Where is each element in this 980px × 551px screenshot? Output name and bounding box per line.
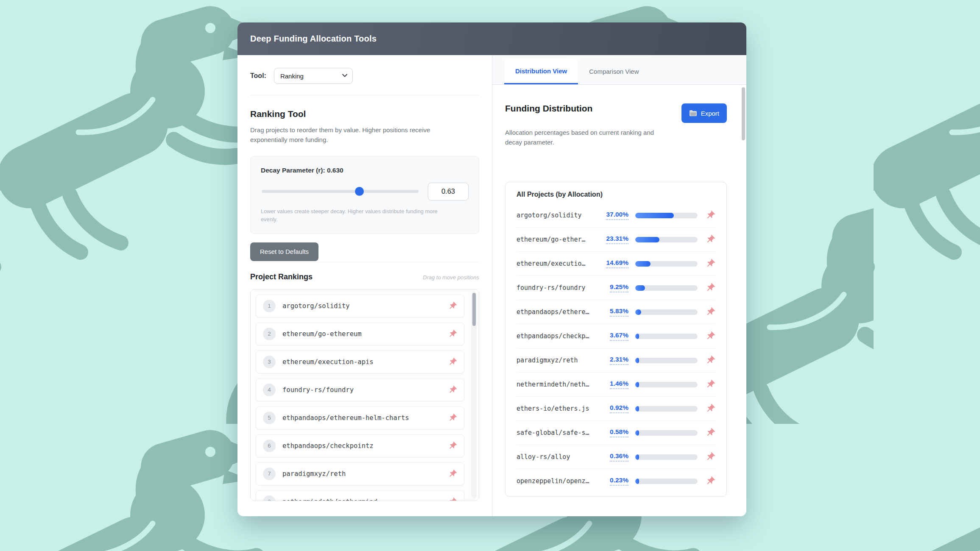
allocation-percent-cell: 3.67%: [592, 331, 628, 341]
allocation-percent[interactable]: 0.23%: [610, 476, 628, 486]
ranking-row[interactable]: 1 argotorg/solidity: [256, 295, 464, 317]
project-name: foundry-rs/foundry: [282, 386, 441, 394]
project-name: nethermindeth/nethermind: [282, 498, 441, 501]
tool-label: Tool:: [250, 72, 266, 80]
allocation-percent[interactable]: 0.36%: [610, 452, 628, 462]
drag-note: Drag to move positions: [423, 274, 479, 281]
allocation-percent-cell: 9.25%: [592, 283, 628, 292]
decay-slider-row: [261, 183, 469, 200]
section-title: Ranking Tool: [250, 109, 479, 119]
allocation-bar-fill: [635, 479, 639, 484]
pin-icon[interactable]: [705, 476, 715, 486]
ranking-row[interactable]: 3 ethereum/execution-apis: [256, 351, 464, 373]
allocation-percent[interactable]: 2.31%: [610, 356, 628, 365]
divider: [250, 95, 479, 95]
project-name: ethpandaops/checkpointz: [282, 442, 441, 450]
ranking-row[interactable]: 8 nethermindeth/nethermind: [256, 490, 464, 501]
allocation-bar-track: [635, 261, 698, 267]
allocation-row: ethpandaops/ethere… 5.83%: [517, 300, 715, 324]
allocation-row: nethermindeth/neth… 1.46%: [517, 372, 715, 396]
pin-icon[interactable]: [448, 357, 457, 367]
allocation-row: ethereum/executio… 14.69%: [517, 251, 715, 276]
allocation-percent[interactable]: 1.46%: [610, 380, 628, 389]
ranking-row[interactable]: 4 foundry-rs/foundry: [256, 378, 464, 401]
project-name: ethpandaops/ethereum-helm-charts: [282, 414, 441, 422]
window-body: Tool: Ranking Ranking Tool Drag projects…: [237, 55, 746, 516]
allocation-row: paradigmxyz/reth 2.31%: [517, 348, 715, 372]
scrollbar-track[interactable]: [471, 292, 477, 498]
pin-icon[interactable]: [705, 379, 715, 390]
ranking-row[interactable]: 2 ethereum/go-ethereum: [256, 323, 464, 345]
pin-icon[interactable]: [705, 331, 715, 341]
pin-icon[interactable]: [705, 307, 715, 317]
ranking-row[interactable]: 5 ethpandaops/ethereum-helm-charts: [256, 406, 464, 429]
rank-number: 4: [263, 384, 276, 396]
allocation-percent[interactable]: 0.92%: [610, 404, 628, 413]
pin-icon[interactable]: [705, 259, 715, 269]
all-projects-title: All Projects (by Allocation): [517, 191, 715, 203]
project-rankings-list: 1 argotorg/solidity 2 ethereum/go-ethe: [250, 289, 479, 501]
pin-icon[interactable]: [705, 210, 715, 220]
pin-icon[interactable]: [448, 385, 457, 395]
project-name: argotorg/solidity: [282, 302, 441, 310]
pin-icon[interactable]: [705, 428, 715, 438]
allocation-bar-track: [635, 334, 698, 339]
allocation-percent[interactable]: 14.69%: [606, 259, 628, 268]
tab-comparison-view[interactable]: Comparison View: [578, 58, 650, 84]
export-label: Export: [701, 110, 719, 117]
project-name: openzeppelin/openz…: [517, 477, 592, 485]
export-button[interactable]: Export: [681, 103, 727, 123]
pin-icon[interactable]: [448, 329, 457, 339]
rank-number: 6: [263, 440, 276, 452]
allocation-row: openzeppelin/openz… 0.23%: [517, 469, 715, 493]
allocation-percent-cell: 0.92%: [592, 404, 628, 413]
view-tabs: Distribution View Comparison View: [492, 55, 746, 85]
pin-icon[interactable]: [705, 355, 715, 365]
allocation-bar-track: [635, 358, 698, 363]
allocation-percent[interactable]: 3.67%: [610, 331, 628, 341]
scrollbar-thumb[interactable]: [472, 293, 476, 326]
allocation-percent-cell: 0.58%: [592, 428, 628, 437]
allocation-row: safe-global/safe-s… 0.58%: [517, 420, 715, 445]
allocation-bar-fill: [635, 430, 639, 436]
project-name: ethers-io/ethers.js: [517, 405, 592, 412]
allocation-percent[interactable]: 0.58%: [610, 428, 628, 437]
project-name: nethermindeth/neth…: [517, 381, 592, 388]
pin-icon[interactable]: [448, 413, 457, 423]
pin-icon[interactable]: [448, 301, 457, 311]
scrollbar-thumb[interactable]: [742, 87, 745, 140]
allocation-percent[interactable]: 9.25%: [610, 283, 628, 292]
project-name: paradigmxyz/reth: [282, 470, 441, 478]
decay-number-input[interactable]: [428, 183, 469, 200]
tool-select-input[interactable]: Ranking: [274, 68, 353, 84]
pin-icon[interactable]: [705, 452, 715, 462]
project-rankings-title: Project Rankings: [250, 273, 313, 281]
allocation-bar-fill: [635, 334, 639, 339]
allocation-percent[interactable]: 23.31%: [606, 235, 628, 244]
allocation-percent-cell: 37.00%: [592, 211, 628, 220]
ranking-row[interactable]: 7 paradigmxyz/reth: [256, 462, 464, 485]
allocation-percent-cell: 1.46%: [592, 380, 628, 389]
pin-icon[interactable]: [448, 469, 457, 479]
allocation-row: foundry-rs/foundry 9.25%: [517, 276, 715, 300]
pin-icon[interactable]: [705, 404, 715, 414]
pin-icon[interactable]: [705, 234, 715, 245]
right-panel: Distribution View Comparison View Fundin…: [492, 55, 746, 516]
ranking-row[interactable]: 6 ethpandaops/checkpointz: [256, 434, 464, 457]
pin-icon[interactable]: [448, 497, 457, 501]
reset-to-defaults-button[interactable]: Reset to Defaults: [250, 242, 318, 261]
project-name: paradigmxyz/reth: [517, 356, 592, 364]
decay-parameter-label: Decay Parameter (r): 0.630: [261, 167, 469, 174]
pin-icon[interactable]: [705, 283, 715, 293]
allocation-percent[interactable]: 5.83%: [610, 307, 628, 317]
allocation-percent[interactable]: 37.00%: [606, 211, 628, 220]
allocation-bar-track: [635, 213, 698, 218]
decay-slider[interactable]: [262, 190, 419, 193]
rank-number: 7: [263, 468, 276, 480]
tab-distribution-view[interactable]: Distribution View: [504, 58, 578, 84]
allocation-bar-fill: [635, 285, 645, 291]
allocation-bar-track: [635, 382, 698, 387]
pin-icon[interactable]: [448, 441, 457, 451]
allocation-bar-fill: [635, 237, 659, 242]
tool-select[interactable]: Ranking: [274, 68, 353, 84]
